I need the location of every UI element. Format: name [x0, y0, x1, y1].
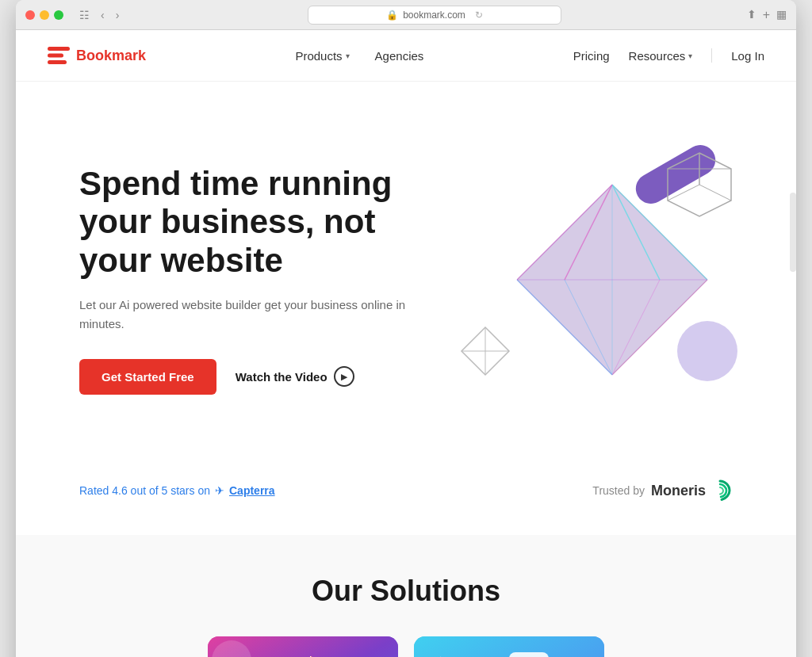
resources-label: Resources — [629, 49, 686, 63]
forward-icon[interactable]: › — [113, 7, 123, 23]
solution-card-2[interactable]: ✦ ✦ — [414, 636, 604, 657]
products-chevron-icon: ▾ — [346, 52, 350, 60]
svg-point-23 — [677, 321, 737, 381]
hero-illustration — [412, 129, 764, 430]
agencies-label: Agencies — [375, 49, 424, 63]
play-icon: ▶ — [334, 366, 354, 387]
share-icon[interactable]: ⬆ — [747, 8, 756, 22]
svg-rect-61 — [509, 652, 549, 657]
solutions-title: Our Solutions — [48, 575, 764, 608]
hero-section: Spend time running your business, not yo… — [16, 82, 796, 462]
hero-actions: Get Started Free Watch the Video ▶ — [79, 359, 412, 395]
social-proof-bar: Rated 4.6 out of 5 stars on ✈ Capterra T… — [16, 462, 796, 535]
logo[interactable]: Bookmark — [48, 47, 146, 64]
browser-actions: ⬆ + ▦ — [747, 8, 787, 22]
nav-right: Pricing Resources ▾ Log In — [573, 48, 764, 63]
video-label: Watch the Video — [236, 370, 327, 384]
solution-card-1-illustration — [208, 636, 398, 657]
sidebar-toggle-icon[interactable]: ☷ — [76, 7, 93, 23]
traffic-lights — [25, 10, 63, 20]
minimize-button[interactable] — [40, 10, 49, 20]
capterra-label[interactable]: Capterra — [229, 484, 275, 497]
solution-card-2-illustration: ✦ ✦ — [414, 636, 604, 657]
close-button[interactable] — [25, 10, 35, 20]
scrollbar[interactable] — [790, 193, 796, 272]
tab-overview-icon[interactable]: ▦ — [776, 8, 787, 22]
pricing-label: Pricing — [573, 49, 610, 63]
solutions-section: Our Solutions — [16, 535, 796, 657]
trusted-by-label: Trusted by — [592, 484, 645, 497]
resources-chevron-icon: ▾ — [688, 52, 692, 60]
hero-title: Spend time running your business, not yo… — [79, 165, 412, 280]
svg-line-18 — [699, 185, 731, 201]
hero-content: Spend time running your business, not yo… — [79, 165, 412, 395]
nav-separator — [711, 48, 712, 63]
nav-center: Products ▾ Agencies — [146, 49, 573, 63]
address-bar[interactable]: 🔒 bookmark.com ↻ — [308, 6, 561, 25]
logo-text: Bookmark — [76, 48, 146, 64]
nav-products[interactable]: Products ▾ — [295, 49, 349, 63]
reload-icon[interactable]: ↻ — [475, 10, 483, 21]
nav-resources[interactable]: Resources ▾ — [629, 49, 693, 63]
browser-titlebar: ☷ ‹ › 🔒 bookmark.com ↻ ⬆ + ▦ — [16, 0, 796, 30]
watch-video-button[interactable]: Watch the Video ▶ — [236, 366, 354, 387]
svg-rect-1 — [48, 54, 63, 58]
svg-rect-2 — [48, 60, 67, 64]
address-bar-wrapper: 🔒 bookmark.com ↻ — [128, 6, 740, 25]
rating-section: Rated 4.6 out of 5 stars on ✈ Capterra — [79, 484, 275, 497]
hero-subtitle: Let our Ai powered website builder get y… — [79, 296, 412, 334]
new-tab-icon[interactable]: + — [763, 8, 770, 22]
capterra-icon: ✈ — [215, 484, 224, 497]
svg-text:✦: ✦ — [436, 654, 446, 657]
svg-rect-0 — [48, 47, 70, 51]
browser-window: ☷ ‹ › 🔒 bookmark.com ↻ ⬆ + ▦ — [16, 0, 796, 657]
url-text: bookmark.com — [403, 10, 465, 21]
back-icon[interactable]: ‹ — [98, 7, 108, 23]
maximize-button[interactable] — [54, 10, 63, 20]
login-button[interactable]: Log In — [731, 49, 764, 63]
logo-icon — [48, 47, 70, 64]
security-icon: 🔒 — [386, 10, 398, 21]
trusted-by-section: Trusted by Moneris — [592, 478, 733, 503]
get-started-button[interactable]: Get Started Free — [79, 359, 216, 395]
solution-card-1[interactable] — [208, 636, 398, 657]
moneris-swirl-icon — [707, 478, 733, 503]
moneris-logo: Moneris — [651, 478, 733, 503]
rating-text: Rated 4.6 out of 5 stars on — [79, 484, 210, 497]
svg-rect-14 — [630, 139, 721, 209]
navbar: Bookmark Products ▾ Agencies Pricing Res… — [16, 30, 796, 82]
website-content: Bookmark Products ▾ Agencies Pricing Res… — [16, 30, 796, 657]
hero-graphic — [422, 137, 755, 422]
moneris-text: Moneris — [651, 483, 706, 499]
products-label: Products — [295, 49, 342, 63]
solutions-cards: ✦ ✦ — [48, 636, 764, 657]
nav-agencies[interactable]: Agencies — [375, 49, 424, 63]
browser-nav-controls: ☷ ‹ › — [76, 7, 122, 23]
nav-pricing[interactable]: Pricing — [573, 49, 610, 63]
